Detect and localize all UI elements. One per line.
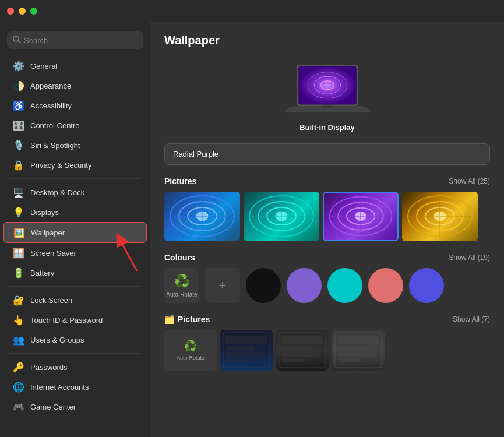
iphone-section-title-container: 🗂️ Pictures — [164, 315, 210, 324]
iphone-thumb-4[interactable] — [332, 330, 385, 371]
sidebar-item-label: Control Centre — [30, 121, 80, 130]
svg-rect-9 — [322, 106, 333, 108]
svg-rect-42 — [282, 352, 320, 357]
sidebar-item-game-center[interactable]: 🎮 Game Center — [3, 397, 147, 417]
iphone-pictures-section: 🗂️ Pictures Show All (7) ♻️ Auto-Rotate — [164, 315, 490, 371]
sidebar-item-label: Appearance — [30, 82, 71, 90]
sidebar-item-passwords[interactable]: 🔑 Passwords — [3, 357, 147, 377]
colour-blue[interactable] — [409, 268, 444, 303]
colour-purple[interactable] — [287, 268, 322, 303]
appearance-icon: 🌓 — [13, 80, 24, 91]
sidebar-item-appearance[interactable]: 🌓 Appearance — [3, 76, 147, 96]
sidebar-item-label: Battery — [30, 269, 54, 277]
sidebar-item-label: Game Center — [30, 403, 76, 411]
sidebar-item-control-centre[interactable]: 🎛️ Control Centre — [3, 115, 147, 135]
desktop-dock-icon: 🖥️ — [13, 186, 24, 198]
svg-rect-8 — [284, 112, 371, 114]
sidebar-item-screen-saver[interactable]: 🪟 Screen Saver — [3, 243, 147, 263]
iphone-dark-wallpaper — [220, 330, 273, 371]
colour-black[interactable] — [246, 268, 281, 303]
iphone-section-title: Pictures — [178, 315, 210, 324]
iphone-thumb-2[interactable] — [220, 330, 273, 371]
pic-thumb-2[interactable] — [244, 192, 319, 241]
teal-feather-wallpaper — [244, 192, 319, 241]
svg-rect-41 — [282, 346, 311, 351]
minimize-button[interactable] — [19, 8, 26, 15]
iphone-show-all[interactable]: Show All (7) — [453, 315, 490, 323]
sidebar-item-label: General — [30, 62, 57, 71]
iphone-thumbs-grid: ♻️ Auto-Rotate — [164, 330, 490, 371]
sidebar-item-general[interactable]: ⚙️ General — [3, 56, 147, 76]
search-icon — [13, 35, 20, 45]
maximize-button[interactable] — [30, 8, 37, 15]
pic-thumb-4[interactable] — [402, 192, 478, 241]
sidebar-divider-3 — [9, 353, 141, 354]
sidebar-item-users-groups[interactable]: 👥 Users & Groups — [3, 330, 147, 350]
sidebar-item-label: Desktop & Dock — [30, 188, 84, 197]
colour-pink[interactable] — [368, 268, 403, 303]
sidebar-divider-2 — [9, 286, 141, 287]
sidebar-item-lock-screen[interactable]: 🔐 Lock Screen — [3, 290, 147, 310]
svg-rect-35 — [226, 336, 267, 344]
sidebar-item-privacy-security[interactable]: 🔒 Privacy & Security — [3, 155, 147, 175]
sidebar-item-label: Users & Groups — [30, 336, 84, 344]
iphone-auto-label: Auto-Rotate — [177, 355, 205, 361]
iphone-section-header: 🗂️ Pictures Show All (7) — [164, 315, 490, 324]
pictures-show-all[interactable]: Show All (25) — [449, 177, 490, 185]
sidebar-item-desktop-dock[interactable]: 🖥️ Desktop & Dock — [3, 182, 147, 202]
game-center-icon: 🎮 — [13, 401, 24, 413]
sidebar-item-label: Accessibility — [30, 101, 72, 110]
svg-line-1 — [18, 41, 20, 43]
add-colour-button[interactable]: + — [205, 268, 240, 303]
blue-feather-wallpaper — [164, 192, 240, 241]
svg-rect-37 — [226, 352, 264, 357]
auto-rotate-label: Auto-Rotate — [166, 291, 197, 298]
colours-section-header: Colours Show All (19) — [164, 253, 490, 262]
sidebar-item-label: Lock Screen — [30, 296, 72, 305]
sidebar-item-label: Siri & Spotlight — [30, 141, 80, 150]
lock-screen-icon: 🔐 — [13, 294, 24, 306]
sidebar-item-touch-id[interactable]: 👆 Touch ID & Password — [3, 310, 147, 330]
auto-rotate-swatch[interactable]: ♻️ Auto-Rotate — [164, 268, 199, 303]
pictures-section: Pictures Show All (25) — [164, 177, 490, 241]
laptop-image — [284, 59, 371, 123]
sidebar-item-label: Internet Accounts — [30, 383, 89, 392]
wallpaper-name-field[interactable]: Radial Purple — [164, 143, 490, 165]
general-icon: ⚙️ — [13, 60, 24, 72]
app-container: ⚙️ General 🌓 Appearance ♿ Accessibility … — [0, 0, 504, 437]
search-box[interactable] — [7, 31, 143, 49]
title-bar — [0, 0, 504, 22]
search-input[interactable] — [24, 36, 138, 45]
recycle-icon: ♻️ — [174, 274, 190, 289]
sidebar-item-label: Displays — [30, 208, 59, 217]
users-groups-icon: 👥 — [13, 334, 24, 346]
iphone-recycle-icon: ♻️ — [184, 340, 197, 353]
pictures-section-title: Pictures — [164, 177, 196, 186]
sidebar-item-battery[interactable]: 🔋 Battery — [3, 263, 147, 283]
pic-thumb-3[interactable] — [323, 192, 399, 241]
colour-teal[interactable] — [327, 268, 362, 303]
iphone-thumb-1[interactable]: ♻️ Auto-Rotate — [164, 330, 217, 371]
touch-id-icon: 👆 — [13, 314, 24, 326]
svg-rect-38 — [226, 358, 249, 362]
sidebar-item-label: Screen Saver — [30, 249, 76, 258]
privacy-icon: 🔒 — [13, 159, 24, 171]
displays-icon: 💡 — [13, 206, 24, 218]
pictures-grid — [164, 192, 490, 241]
sidebar-item-displays[interactable]: 💡 Displays — [3, 202, 147, 222]
sidebar-item-internet-accounts[interactable]: 🌐 Internet Accounts — [3, 377, 147, 397]
sidebar-item-accessibility[interactable]: ♿ Accessibility — [3, 96, 147, 115]
sidebar-item-wallpaper[interactable]: 🖼️ Wallpaper — [3, 222, 147, 243]
colours-show-all[interactable]: Show All (19) — [449, 253, 490, 262]
gold-feather-wallpaper — [402, 192, 478, 241]
control-centre-icon: 🎛️ — [13, 119, 24, 131]
sidebar-item-siri-spotlight[interactable]: 🎙️ Siri & Spotlight — [3, 135, 147, 155]
close-button[interactable] — [7, 8, 14, 15]
pic-thumb-1[interactable] — [164, 192, 240, 241]
svg-rect-40 — [282, 336, 323, 344]
svg-rect-47 — [338, 352, 376, 357]
svg-rect-36 — [226, 346, 255, 351]
iphone-thumb-3[interactable] — [276, 330, 329, 371]
battery-icon: 🔋 — [13, 267, 24, 279]
iphone-auto-rotate: ♻️ Auto-Rotate — [164, 330, 217, 371]
